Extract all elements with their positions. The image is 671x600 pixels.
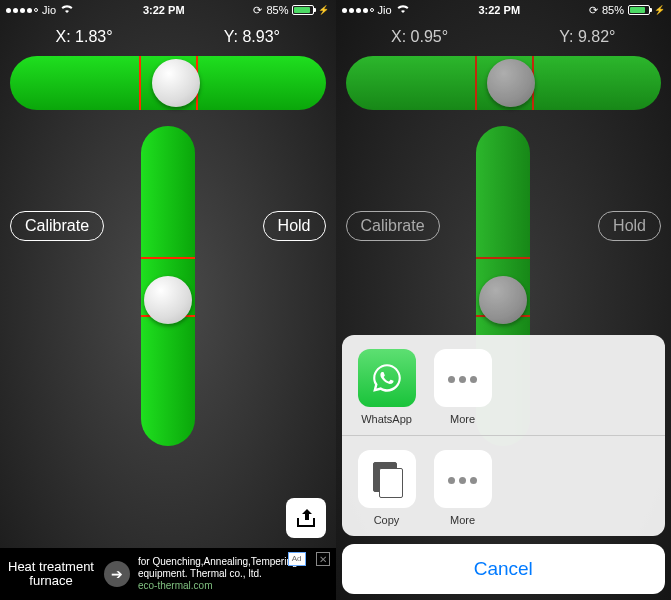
signal-dots-icon: [342, 8, 374, 13]
action-more[interactable]: More: [432, 450, 494, 526]
screenshot-left: Jio 3:22 PM ⟳ 85% ⚡ X: 1.83° Y: 8.93° Ca…: [0, 0, 336, 600]
more-icon: [434, 349, 492, 407]
x-reading: X: 0.95°: [391, 28, 448, 46]
angle-readings: X: 0.95° Y: 9.82°: [336, 28, 672, 46]
ad-body: for Quenching,Annealing,Tempering equipm…: [138, 556, 308, 592]
action-copy-label: Copy: [374, 514, 400, 526]
rotation-lock-icon: ⟳: [253, 4, 262, 17]
ad-close-icon[interactable]: ✕: [316, 552, 330, 566]
charging-icon: ⚡: [318, 5, 329, 15]
charging-icon: ⚡: [654, 5, 665, 15]
more-icon: [434, 450, 492, 508]
rotation-lock-icon: ⟳: [589, 4, 598, 17]
share-whatsapp[interactable]: WhatsApp: [356, 349, 418, 425]
battery-pct: 85%: [602, 4, 624, 16]
horizontal-level-tube: [10, 56, 326, 110]
share-button[interactable]: [286, 498, 326, 538]
vertical-bubble: [479, 276, 527, 324]
ad-link: eco-thermal.com: [138, 580, 212, 591]
ad-title: Heat treatment furnace: [6, 560, 96, 589]
vertical-bubble: [144, 276, 192, 324]
battery-icon: [292, 5, 314, 15]
signal-dots-icon: [6, 8, 38, 13]
ad-arrow-icon[interactable]: ➔: [104, 561, 130, 587]
carrier-label: Jio: [42, 4, 56, 16]
vertical-level-tube: [141, 126, 195, 446]
status-bar: Jio 3:22 PM ⟳ 85% ⚡: [336, 0, 672, 20]
share-icon: [294, 506, 318, 530]
horizontal-level-tube: [346, 56, 662, 110]
horizontal-bubble: [487, 59, 535, 107]
whatsapp-icon: [358, 349, 416, 407]
share-more-apps[interactable]: More: [432, 349, 494, 425]
action-more-label: More: [450, 514, 475, 526]
screenshot-right: Jio 3:22 PM ⟳ 85% ⚡ X: 0.95° Y: 9.82° Ca…: [336, 0, 672, 600]
battery-icon: [628, 5, 650, 15]
calibrate-button[interactable]: Calibrate: [10, 211, 104, 241]
level-area: Calibrate Hold: [0, 46, 336, 548]
angle-readings: X: 1.83° Y: 8.93°: [0, 28, 336, 46]
y-reading: Y: 9.82°: [559, 28, 615, 46]
y-reading: Y: 8.93°: [224, 28, 280, 46]
share-actions-row: Copy More: [342, 435, 666, 536]
horizontal-bubble: [152, 59, 200, 107]
hold-button[interactable]: Hold: [263, 211, 326, 241]
share-apps-row: WhatsApp More: [342, 335, 666, 435]
clock-label: 3:22 PM: [143, 4, 185, 16]
share-more-label: More: [450, 413, 475, 425]
share-sheet: WhatsApp More Copy More Cancel: [342, 335, 666, 594]
share-cancel-button[interactable]: Cancel: [342, 544, 666, 594]
battery-pct: 85%: [266, 4, 288, 16]
action-copy[interactable]: Copy: [356, 450, 418, 526]
wifi-icon: [396, 4, 410, 16]
ad-banner[interactable]: Heat treatment furnace ➔ for Quenching,A…: [0, 548, 336, 600]
share-whatsapp-label: WhatsApp: [361, 413, 412, 425]
status-bar: Jio 3:22 PM ⟳ 85% ⚡: [0, 0, 336, 20]
clock-label: 3:22 PM: [478, 4, 520, 16]
copy-icon: [358, 450, 416, 508]
carrier-label: Jio: [378, 4, 392, 16]
wifi-icon: [60, 4, 74, 16]
ad-chip: Ad: [288, 552, 306, 566]
hold-button: Hold: [598, 211, 661, 241]
calibrate-button: Calibrate: [346, 211, 440, 241]
x-reading: X: 1.83°: [56, 28, 113, 46]
